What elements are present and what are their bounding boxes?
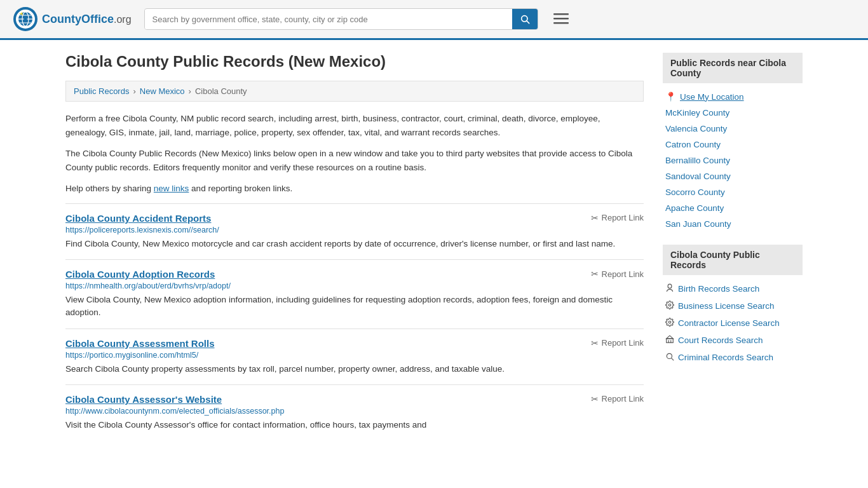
breadcrumb: Public Records › New Mexico › Cibola Cou…	[65, 81, 644, 102]
record-description: Find Cibola County, New Mexico motorcycl…	[65, 238, 644, 250]
search-button[interactable]	[512, 9, 538, 29]
record-link-item: Criminal Records Search	[663, 349, 803, 366]
logo-suffix: .org	[114, 14, 132, 25]
record-url[interactable]: https://policereports.lexisnexis.com//se…	[65, 226, 644, 234]
logo-brand: CountyOffice	[42, 13, 114, 25]
report-link-icon: ✂	[591, 338, 599, 348]
svg-line-19	[672, 358, 674, 360]
svg-point-7	[24, 18, 27, 21]
pin-icon: 📍	[665, 92, 676, 102]
nearby-county-link[interactable]: Socorro County	[665, 187, 725, 197]
report-link[interactable]: ✂ Report Link	[591, 213, 644, 223]
record-link[interactable]: Business License Search	[678, 301, 775, 311]
nearby-county-link[interactable]: Apache County	[665, 203, 724, 213]
report-link[interactable]: ✂ Report Link	[591, 338, 644, 348]
nearby-county-link[interactable]: Sandoval County	[665, 172, 731, 181]
svg-rect-10	[553, 13, 569, 15]
breadcrumb-new-mexico[interactable]: New Mexico	[140, 86, 185, 96]
nearby-county-item: Sandoval County	[663, 168, 803, 184]
record-link-item: Contractor License Search	[663, 315, 803, 332]
logo-text-area: CountyOffice.org	[42, 13, 132, 26]
record-description: Visit the Cibola County Assessor's offic…	[65, 419, 644, 431]
search-icon	[520, 14, 530, 24]
main-container: Cibola County Public Records (New Mexico…	[53, 40, 815, 453]
nearby-county-link[interactable]: San Juan County	[665, 219, 731, 229]
nearby-county-link[interactable]: Valencia County	[665, 124, 727, 133]
nearby-section: Public Records near Cibola County 📍 Use …	[663, 53, 803, 232]
description-2: The Cibola County Public Records (New Me…	[65, 147, 644, 174]
records-section: Cibola County Public Records Birth Recor…	[663, 245, 803, 366]
report-link-label: Report Link	[602, 394, 644, 403]
description-1: Perform a free Cibola County, NM public …	[65, 112, 644, 139]
logo-icon	[13, 6, 38, 32]
use-location-link[interactable]: Use My Location	[680, 92, 744, 102]
nearby-county-link[interactable]: Bernalillo County	[665, 156, 730, 165]
record-description: Search Cibola County property assessment…	[65, 363, 644, 376]
report-link-label: Report Link	[602, 269, 644, 279]
record-description: View Cibola County, New Mexico adoption …	[65, 294, 644, 320]
breadcrumb-public-records[interactable]: Public Records	[74, 86, 129, 96]
report-link-icon: ✂	[591, 394, 599, 404]
record-url[interactable]: https://nmhealth.org/about/erd/bvrhs/vrp…	[65, 281, 644, 290]
svg-rect-15	[667, 339, 674, 342]
report-link-icon: ✂	[591, 269, 599, 279]
report-link[interactable]: ✂ Report Link	[591, 394, 644, 404]
nearby-county-link[interactable]: Catron County	[665, 140, 721, 149]
record-link[interactable]: Criminal Records Search	[678, 353, 773, 362]
record-item: Cibola County Assessment Rolls ✂ Report …	[65, 329, 644, 384]
record-links-list: Birth Records Search Business License Se…	[663, 280, 803, 366]
hamburger-icon	[553, 11, 569, 26]
nearby-county-item: Apache County	[663, 200, 803, 216]
nearby-title: Public Records near Cibola County	[663, 53, 803, 83]
nearby-county-item: Catron County	[663, 137, 803, 152]
svg-point-14	[668, 321, 671, 323]
svg-rect-11	[553, 18, 569, 20]
breadcrumb-sep-2: ›	[189, 86, 191, 96]
description-3: Help others by sharing new links and rep…	[65, 182, 644, 196]
record-link[interactable]: Birth Records Search	[678, 284, 759, 294]
report-link[interactable]: ✂ Report Link	[591, 269, 644, 279]
nearby-county-item: Socorro County	[663, 184, 803, 200]
record-title[interactable]: Cibola County Assessor's Website	[65, 394, 222, 405]
record-link-icon	[665, 301, 674, 311]
hamburger-button[interactable]	[551, 8, 571, 30]
record-link-icon	[665, 283, 674, 294]
svg-point-13	[668, 304, 671, 306]
breadcrumb-sep-1: ›	[133, 86, 135, 96]
report-link-label: Report Link	[602, 338, 644, 348]
search-input[interactable]	[145, 10, 512, 29]
report-link-label: Report Link	[602, 213, 644, 222]
nearby-county-item: Bernalillo County	[663, 152, 803, 168]
record-link-item: Court Records Search	[663, 332, 803, 349]
logo-link[interactable]: CountyOffice.org	[13, 6, 132, 32]
record-link[interactable]: Contractor License Search	[678, 318, 780, 328]
records-section-title: Cibola County Public Records	[663, 245, 803, 275]
record-link[interactable]: Court Records Search	[678, 336, 763, 345]
record-link-item: Business License Search	[663, 297, 803, 315]
search-bar	[144, 8, 538, 30]
record-title[interactable]: Cibola County Adoption Records	[65, 269, 215, 280]
record-url[interactable]: http://www.cibolacountynm.com/elected_of…	[65, 407, 644, 416]
record-item: Cibola County Assessor's Website ✂ Repor…	[65, 384, 644, 440]
records-list: Cibola County Accident Reports ✂ Report …	[65, 203, 644, 440]
sidebar: Public Records near Cibola County 📍 Use …	[663, 53, 803, 440]
nearby-county-item: McKinley County	[663, 105, 803, 121]
svg-rect-12	[553, 22, 569, 24]
content-area: Cibola County Public Records (New Mexico…	[65, 53, 644, 440]
nearby-county-link[interactable]: McKinley County	[665, 108, 729, 118]
record-link-icon	[665, 318, 674, 329]
record-title[interactable]: Cibola County Accident Reports	[65, 213, 211, 224]
breadcrumb-cibola: Cibola County	[195, 86, 247, 96]
record-url[interactable]: https://portico.mygisonline.com/html5/	[65, 351, 644, 360]
record-link-icon	[665, 352, 674, 363]
new-links-link[interactable]: new links	[154, 184, 189, 193]
record-item: Cibola County Adoption Records ✂ Report …	[65, 259, 644, 329]
record-link-item: Birth Records Search	[663, 280, 803, 297]
use-location-item[interactable]: 📍 Use My Location	[663, 88, 803, 105]
nearby-counties-list: McKinley CountyValencia CountyCatron Cou…	[663, 105, 803, 232]
report-link-icon: ✂	[591, 213, 599, 223]
nearby-county-item: Valencia County	[663, 121, 803, 137]
record-title[interactable]: Cibola County Assessment Rolls	[65, 338, 215, 349]
site-header: CountyOffice.org	[0, 0, 868, 40]
nearby-county-item: San Juan County	[663, 216, 803, 232]
